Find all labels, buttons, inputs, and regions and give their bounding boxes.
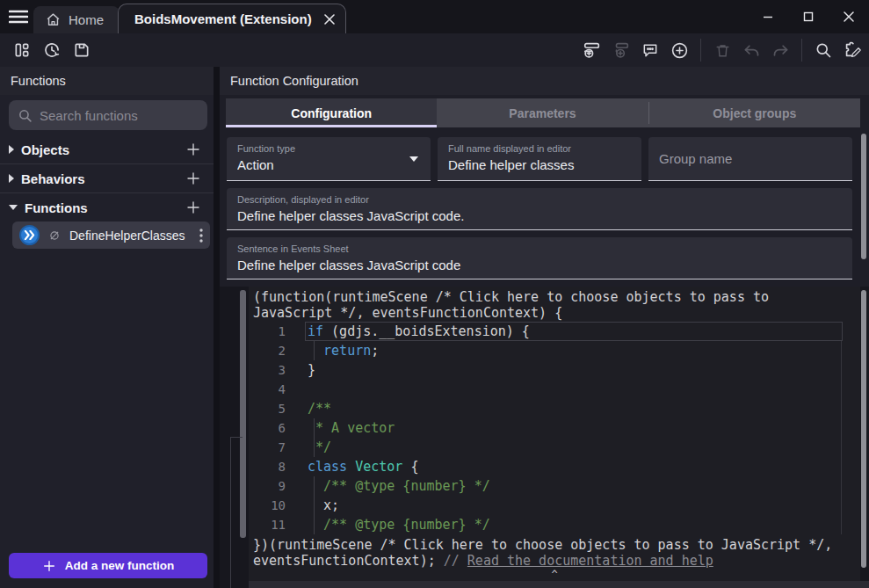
add-event-button[interactable] xyxy=(581,39,604,62)
function-type-value: Action xyxy=(237,157,420,172)
tab-parameters-label: Parameters xyxy=(509,106,576,120)
close-window-button[interactable] xyxy=(829,0,869,33)
tab-configuration[interactable]: Configuration xyxy=(226,98,437,127)
main-header-title: Function Configuration xyxy=(230,74,358,88)
add-behavior-icon[interactable] xyxy=(185,171,201,186)
tab-boidsmovement[interactable]: BoidsMovement (Extension) xyxy=(118,4,346,33)
full-name-label: Full name displayed in editor xyxy=(448,143,631,154)
chevron-down-icon xyxy=(9,205,18,210)
private-icon xyxy=(48,229,61,242)
code-line[interactable]: 3} xyxy=(249,360,860,380)
function-item-definehelperclasses[interactable]: DefineHelperClasses xyxy=(12,221,210,249)
documentation-link[interactable]: Read the documentation and help xyxy=(467,553,713,569)
code-header-line[interactable]: (function(runtimeScene /* Click here to … xyxy=(249,287,860,321)
code-line[interactable]: 7 */ xyxy=(249,438,860,457)
code-line[interactable]: 2 return; xyxy=(249,341,860,360)
code-line[interactable]: 4 xyxy=(249,380,860,399)
delete-button[interactable] xyxy=(711,39,734,62)
horizontal-scrollbar-track xyxy=(249,581,869,588)
save-button[interactable] xyxy=(70,39,93,62)
titlebar: Home BoidsMovement (Extension) xyxy=(0,0,869,33)
add-new-function-button[interactable]: Add a new function xyxy=(9,553,207,578)
tab-home-label: Home xyxy=(69,12,104,27)
code-line[interactable]: 9 /** @type {number} */ xyxy=(249,476,860,496)
events-left-scrollbar[interactable] xyxy=(240,290,246,538)
undo-icon xyxy=(742,41,761,60)
sentence-field[interactable]: Sentence in Events Sheet Define helper c… xyxy=(227,237,852,279)
add-comment-button[interactable] xyxy=(639,39,662,62)
sidebar-section-functions[interactable]: Functions xyxy=(0,193,214,221)
section-functions-label: Functions xyxy=(25,200,185,215)
javascript-code-event[interactable]: (function(runtimeScene /* Click here to … xyxy=(249,287,860,581)
add-event-icon xyxy=(583,40,602,60)
form-scrollbar[interactable] xyxy=(861,134,866,259)
redo-button[interactable] xyxy=(769,39,792,62)
configuration-tabs: Configuration Parameters Object groups xyxy=(226,98,860,127)
hamburger-icon xyxy=(9,10,28,24)
tab-object-groups-label: Object groups xyxy=(713,106,796,120)
plus-icon xyxy=(42,559,56,573)
add-subevent-icon xyxy=(612,40,631,60)
search-events-button[interactable] xyxy=(812,39,835,62)
chevron-right-icon xyxy=(9,174,14,183)
maximize-button[interactable] xyxy=(788,0,829,33)
redo-icon xyxy=(771,41,790,60)
code-line[interactable]: 11 /** @type {number} */ xyxy=(249,515,860,534)
code-lines: 1if (gdjs.__boidsExtension) {2 return;3}… xyxy=(249,322,860,534)
main-header: Function Configuration xyxy=(220,67,869,95)
search-functions-box[interactable] xyxy=(9,100,207,130)
save-icon xyxy=(73,41,91,59)
code-line[interactable]: 10 x; xyxy=(249,496,860,515)
add-element-button[interactable] xyxy=(668,39,691,62)
search-functions-input[interactable] xyxy=(40,108,214,123)
home-icon xyxy=(46,12,61,27)
version-history-button[interactable] xyxy=(40,39,63,62)
group-name-field[interactable] xyxy=(648,137,852,181)
code-line[interactable]: 5/** xyxy=(249,399,860,418)
tab-object-groups[interactable]: Object groups xyxy=(649,98,860,127)
trash-icon xyxy=(714,42,731,59)
function-action-icon xyxy=(19,225,40,245)
code-editor[interactable]: 1if (gdjs.__boidsExtension) {2 return;3}… xyxy=(249,322,860,534)
code-line[interactable]: 6 * A vector xyxy=(249,418,860,438)
undo-button[interactable] xyxy=(740,39,763,62)
code-footer-comment: // xyxy=(444,553,467,569)
full-name-field[interactable]: Full name displayed in editor Define hel… xyxy=(438,137,641,181)
sidebar-header-title: Functions xyxy=(11,74,66,88)
functions-sidebar: Functions Objects Behaviors Functions De… xyxy=(0,67,214,588)
group-name-input[interactable] xyxy=(648,137,852,180)
function-type-select[interactable]: Function type Action xyxy=(227,137,431,181)
tab-home[interactable]: Home xyxy=(33,6,119,33)
sidebar-header: Functions xyxy=(0,67,214,95)
more-options-icon[interactable] xyxy=(199,229,203,243)
code-header-text: (function(runtimeScene /* Click here to … xyxy=(253,289,777,321)
add-object-icon[interactable] xyxy=(185,142,201,157)
add-subevent-button[interactable] xyxy=(610,39,633,62)
code-scrollbar[interactable] xyxy=(861,290,866,568)
code-footer-line[interactable]: })(runtimeScene /* Click here to choose … xyxy=(249,534,860,569)
tab-close-icon[interactable] xyxy=(324,14,335,25)
toolbar-right-group xyxy=(581,33,864,67)
minimize-button[interactable] xyxy=(748,0,788,33)
panels-layout-button[interactable] xyxy=(11,39,33,62)
tab-active-label: BoidsMovement (Extension) xyxy=(134,11,312,26)
sidebar-section-objects[interactable]: Objects xyxy=(0,135,214,163)
add-function-icon[interactable] xyxy=(185,200,201,215)
comment-icon xyxy=(641,41,659,59)
code-line[interactable]: 1if (gdjs.__boidsExtension) { xyxy=(249,322,860,341)
tab-parameters[interactable]: Parameters xyxy=(437,98,648,127)
sidebar-section-behaviors[interactable]: Behaviors xyxy=(0,164,214,192)
toolbar-left-group xyxy=(11,33,93,67)
description-label: Description, displayed in editor xyxy=(237,194,842,205)
configuration-form: Function type Action Full name displayed… xyxy=(227,137,852,287)
code-line[interactable]: 8class Vector { xyxy=(249,457,860,476)
toolbar-divider xyxy=(801,39,802,62)
chevron-right-icon xyxy=(9,145,14,154)
function-type-label: Function type xyxy=(237,143,420,154)
event-indent-guide xyxy=(230,437,243,438)
main-menu-button[interactable] xyxy=(7,6,30,27)
panels-layout-icon xyxy=(13,41,31,59)
edit-extension-button[interactable] xyxy=(841,39,864,62)
toolbar: Preview Share xyxy=(0,33,869,67)
description-field[interactable]: Description, displayed in editor Define … xyxy=(227,188,852,230)
